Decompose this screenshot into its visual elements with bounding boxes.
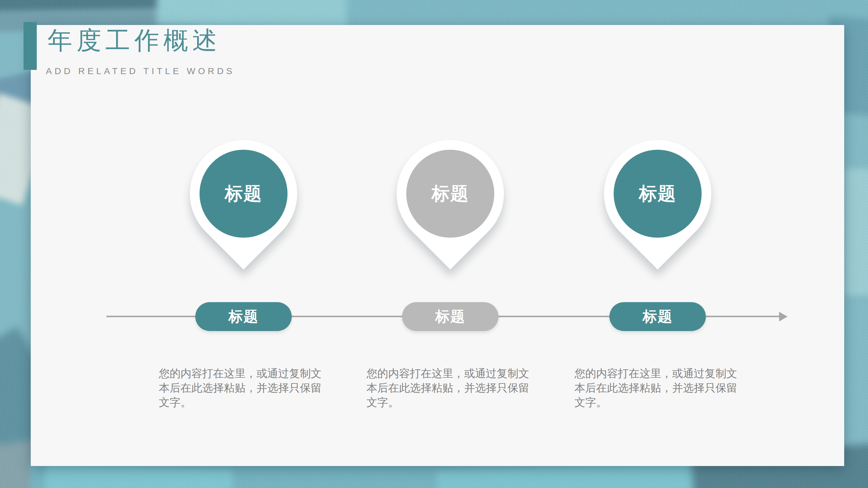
step-description-2[interactable]: 您的内容打在这里，或通过复制文本后在此选择粘贴，并选择只保留文字。 bbox=[367, 366, 535, 410]
pill-label: 标题 bbox=[643, 307, 673, 326]
step-pill-2[interactable]: 标题 bbox=[402, 302, 498, 331]
map-pin-step-1[interactable]: 标题 bbox=[190, 140, 297, 247]
pin-label: 标题 bbox=[432, 182, 469, 206]
step-description-3[interactable]: 您的内容打在这里，或通过复制文本后在此选择粘贴，并选择只保留文字。 bbox=[575, 366, 743, 410]
step-description-1[interactable]: 您的内容打在这里，或通过复制文本后在此选择粘贴，并选择只保留文字。 bbox=[159, 366, 328, 410]
slide-subtitle[interactable]: ADD RELATED TITLE WORDS bbox=[46, 66, 235, 76]
presentation-slide-canvas: 年度工作概述 ADD RELATED TITLE WORDS 标题 标题 您的内… bbox=[0, 0, 868, 488]
background-band bbox=[844, 169, 868, 295]
pin-label: 标题 bbox=[639, 182, 676, 206]
pin-circle: 标题 bbox=[406, 150, 494, 238]
map-pin-step-3[interactable]: 标题 bbox=[604, 140, 711, 247]
pin-circle: 标题 bbox=[614, 150, 702, 238]
title-accent-bar bbox=[24, 22, 37, 70]
arrow-right-icon bbox=[779, 312, 787, 321]
pill-label: 标题 bbox=[228, 307, 258, 326]
map-pin-step-2[interactable]: 标题 bbox=[397, 140, 504, 247]
pin-circle: 标题 bbox=[199, 150, 287, 238]
step-pill-3[interactable]: 标题 bbox=[610, 302, 706, 331]
step-pill-1[interactable]: 标题 bbox=[195, 302, 292, 331]
slide-title[interactable]: 年度工作概述 bbox=[48, 28, 221, 53]
pill-label: 标题 bbox=[435, 307, 465, 326]
background-band bbox=[156, 0, 368, 29]
pin-label: 标题 bbox=[225, 182, 262, 206]
